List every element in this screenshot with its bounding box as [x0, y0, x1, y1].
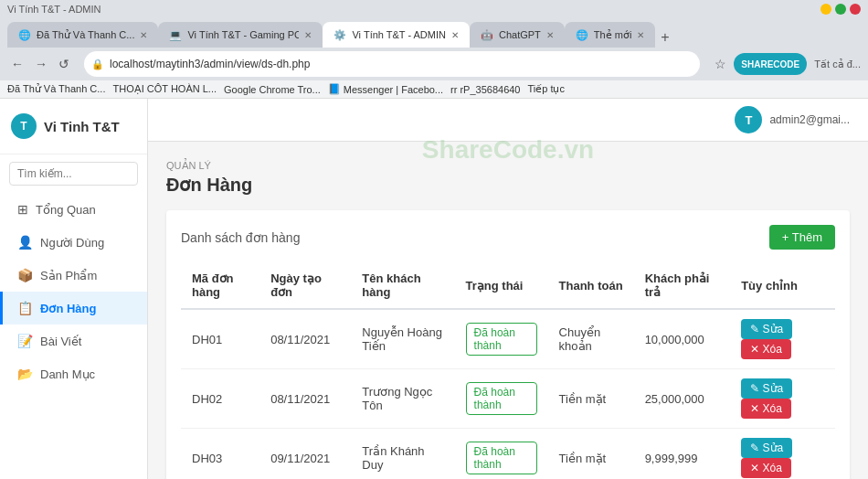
cell-so-tien: 25,000,000 [634, 369, 731, 429]
page-title: Đơn Hàng [166, 174, 850, 196]
bookmark-2[interactable]: THOẠI CÔT HOÀN L... [112, 83, 217, 95]
logo-initial: T [20, 120, 26, 133]
tit-ca-ds-link[interactable]: Tất cả đ... [814, 59, 861, 70]
delete-button[interactable]: ✕ Xóa [741, 399, 791, 419]
tab-3[interactable]: ⚙️ Vi Tính T&T - ADMIN ✕ [323, 22, 470, 48]
bookmark-6[interactable]: Tiếp tục [528, 83, 566, 95]
nav-label-danh-muc: Danh Mục [40, 367, 95, 381]
cell-so-tien: 10,000,000 [634, 309, 731, 369]
sidebar-navigation: ⊞ Tổng Quan 👤 Người Dùng 📦 Sản Phẩm 📋 Đơ… [0, 193, 147, 479]
nav-label-nguoi-dung: Người Dùng [40, 236, 104, 250]
header-user: T admin2@gmai... [735, 106, 850, 133]
delete-button[interactable]: ✕ Xóa [741, 458, 791, 478]
minimize-button[interactable] [820, 4, 831, 15]
bookmark-1[interactable]: Đã Thử Và Thanh C... [7, 83, 105, 95]
orders-card: Danh sách đơn hàng + Thêm Mã đơn hàng Ng… [166, 210, 850, 479]
cell-ngay-tao: 08/11/2021 [259, 309, 351, 369]
col-thanh-toan: Thanh toán [548, 262, 634, 309]
cell-thanh-toan: Tiền mặt [548, 429, 634, 480]
cell-thanh-toan: Tiền mặt [548, 369, 634, 429]
tab-close-1[interactable]: ✕ [140, 30, 147, 40]
main-content: T admin2@gmai... ShareCode.vn QUẢN LÝ Đơ… [148, 99, 868, 479]
col-trang-thai: Trạng thái [455, 262, 548, 309]
tab-close-2[interactable]: ✕ [304, 30, 312, 40]
logo-text: SHARECODE [741, 59, 799, 69]
tab-1[interactable]: 🌐 Đã Thử Và Thanh C... ✕ [7, 22, 158, 48]
bookmark-3[interactable]: Google Chrome Tro... [224, 84, 321, 95]
order-icon: 📋 [17, 301, 33, 315]
cell-trang-thai: Đã hoàn thành [455, 309, 548, 369]
sidebar-item-don-hang[interactable]: 📋 Đơn Hàng [0, 292, 147, 325]
col-ngay-tao: Ngày tạo đơn [259, 262, 351, 309]
edit-button[interactable]: ✎ Sửa [741, 378, 792, 399]
tab-close-3[interactable]: ✕ [451, 30, 459, 40]
sidebar-item-nguoi-dung[interactable]: 👤 Người Dùng [0, 226, 147, 259]
tab-label-5: Thẻ mới [594, 29, 632, 41]
tab-favicon-5: 🌐 [576, 29, 588, 41]
avatar-initial: T [745, 113, 752, 127]
cell-khach-hang: Trần Khánh Duy [351, 429, 454, 480]
sidebar-search-container [0, 154, 147, 193]
back-button[interactable]: ← [7, 55, 27, 73]
cell-actions: ✎ Sửa ✕ Xóa [730, 309, 835, 369]
tab-label-3: Vi Tính T&T - ADMIN [352, 29, 446, 40]
edit-button[interactable]: ✎ Sửa [741, 319, 792, 339]
cell-trang-thai: Đã hoàn thành [455, 369, 548, 429]
cell-khach-hang: Trương Ngọc Tôn [351, 369, 454, 429]
cell-ma-don: DH02 [181, 369, 259, 429]
nav-label-tong-quan: Tổng Quan [36, 203, 96, 217]
lock-icon: 🔒 [91, 59, 104, 70]
cell-khach-hang: Nguyễn Hoàng Tiến [351, 309, 454, 369]
user-email: admin2@gmai... [769, 113, 850, 126]
cell-actions: ✎ Sửa ✕ Xóa [730, 429, 835, 480]
add-order-button[interactable]: + Thêm [769, 225, 835, 250]
delete-button[interactable]: ✕ Xóa [741, 339, 791, 359]
tab-5[interactable]: 🌐 Thẻ mới ✕ [565, 22, 656, 48]
tab-label-1: Đã Thử Và Thanh C... [37, 29, 134, 41]
sidebar-item-bai-viet[interactable]: 📝 Bài Viết [0, 325, 147, 357]
cell-ngay-tao: 09/11/2021 [259, 429, 351, 480]
nav-label-san-pham: Sản Phẩm [40, 269, 97, 282]
bookmark-4[interactable]: 📘 Messenger | Facebo... [328, 83, 443, 95]
cell-actions: ✎ Sửa ✕ Xóa [730, 369, 835, 429]
col-ma-don: Mã đơn hàng [181, 262, 259, 309]
product-icon: 📦 [17, 268, 33, 282]
tab-4[interactable]: 🤖 ChatGPT ✕ [470, 22, 565, 48]
logo-icon: T [11, 113, 37, 139]
refresh-button[interactable]: ↺ [55, 55, 73, 73]
cell-so-tien: 9,999,999 [634, 429, 731, 480]
cell-ma-don: DH03 [181, 429, 259, 480]
sidebar-item-san-pham[interactable]: 📦 Sản Phẩm [0, 259, 147, 292]
sidebar: T Vi Tinh T&T ⊞ Tổng Quan 👤 Người Dùng 📦… [0, 99, 148, 479]
edit-button[interactable]: ✎ Sửa [741, 438, 792, 458]
bookmark-star-button[interactable]: ☆ [711, 55, 730, 73]
table-header-row: Mã đơn hàng Ngày tạo đơn Tên khách hàng … [181, 262, 835, 309]
address-text: localhost/maytinh3/admin/view/ds-dh.php [110, 58, 310, 70]
forward-button[interactable]: → [31, 55, 51, 73]
orders-table: Mã đơn hàng Ngày tạo đơn Tên khách hàng … [181, 262, 835, 479]
bookmark-5[interactable]: rr rP_35684640 [450, 84, 520, 95]
tab-close-5[interactable]: ✕ [637, 30, 644, 40]
close-button[interactable] [850, 4, 861, 15]
tab-label-2: Vi Tính T&T - Gaming PC & Li... [187, 29, 299, 40]
tab-2[interactable]: 💻 Vi Tính T&T - Gaming PC & Li... ✕ [158, 22, 323, 48]
col-khach-phai-tra: Khách phải trả [634, 262, 731, 309]
search-input[interactable] [9, 162, 138, 186]
table-row: DH02 08/11/2021 Trương Ngọc Tôn Đã hoàn … [181, 369, 835, 429]
cell-trang-thai: Đã hoàn thành [455, 429, 548, 480]
sidebar-item-tong-quan[interactable]: ⊞ Tổng Quan [0, 193, 147, 226]
post-icon: 📝 [17, 334, 33, 348]
tab-favicon-2: 💻 [169, 29, 182, 41]
content-area: QUẢN LÝ Đơn Hàng Danh sách đơn hàng + Th… [148, 142, 868, 479]
window-title: Vi Tính T&T - ADMIN [7, 4, 101, 15]
new-tab-button[interactable]: + [655, 27, 674, 48]
tab-favicon-4: 🤖 [481, 29, 493, 41]
tab-favicon-3: ⚙️ [333, 29, 346, 41]
sidebar-item-danh-muc[interactable]: 📂 Danh Mục [0, 357, 147, 390]
sharecode-logo: SHARECODE [734, 53, 807, 75]
category-icon: 📂 [17, 367, 33, 381]
address-bar[interactable]: 🔒 localhost/maytinh3/admin/view/ds-dh.ph… [84, 51, 700, 77]
tab-close-4[interactable]: ✕ [546, 30, 554, 40]
status-badge: Đã hoàn thành [466, 442, 537, 474]
maximize-button[interactable] [835, 4, 846, 15]
